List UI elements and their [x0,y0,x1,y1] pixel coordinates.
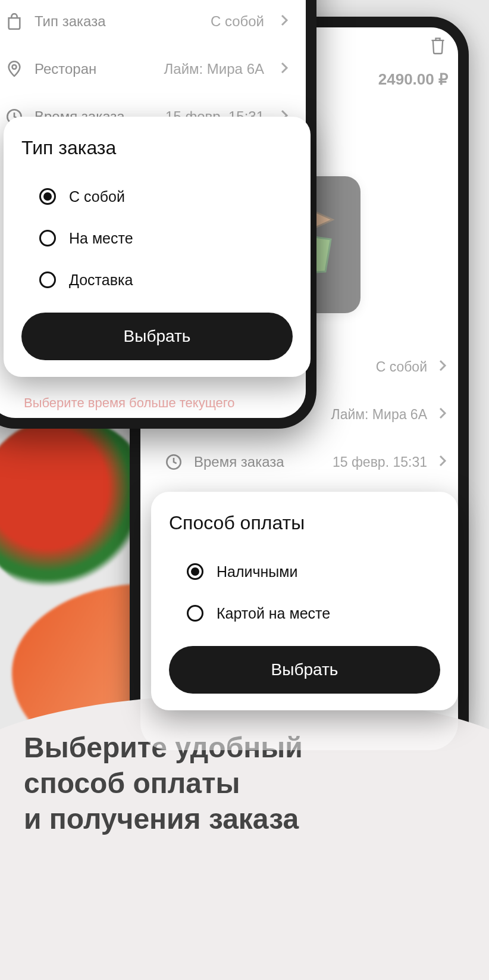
radio-icon [39,188,56,205]
radio-icon [39,230,56,246]
radio-option-takeaway[interactable]: С собой [21,176,293,217]
headline-line: способ оплаты [24,766,465,801]
radio-option-delivery[interactable]: Доставка [21,259,293,301]
modal-title: Способ оплаты [169,512,440,534]
bag-icon [5,12,24,31]
bottom-sheet: Выберите удобный способ оплаты и получен… [0,694,489,980]
trash-icon[interactable] [426,33,450,57]
select-button[interactable]: Выбрать [21,313,293,360]
radio-icon [187,563,203,580]
modal-title: Тип заказа [21,137,293,159]
select-button[interactable]: Выбрать [169,646,440,694]
row-value: 15 февр. 15:31 [333,454,427,470]
pin-icon [5,60,24,79]
modal-order-type: Тип заказа С собой На месте Доставка Выб… [4,117,311,377]
radio-option-onsite[interactable]: На месте [21,217,293,259]
chevron-right-icon [280,13,289,30]
option-label: На месте [69,230,133,247]
option-label: Наличными [217,563,297,580]
row-label: Тип заказа [35,13,200,30]
row-label: Время заказа [194,454,322,470]
headline: Выберите удобный способ оплаты и получен… [24,730,465,837]
row-value: Лайм: Мира 6А [331,407,427,423]
row-time[interactable]: Время заказа 15 февр. 15:31 [164,438,449,486]
row-value: С собой [376,359,427,375]
radio-icon [187,605,203,622]
svg-point-5 [12,65,17,69]
row-order-type[interactable]: Тип заказа С собой [0,0,295,45]
radio-icon [39,271,56,288]
chevron-right-icon [438,358,449,375]
radio-option-cash[interactable]: Наличными [169,551,440,592]
chevron-right-icon [438,454,449,470]
row-value: Лайм: Мира 6А [164,61,264,77]
chevron-right-icon [280,61,289,77]
row-label: Ресторан [35,61,153,77]
cart-total: 2490.00 ₽ [378,70,449,89]
clock-icon [164,452,183,472]
row-value: С собой [211,13,264,30]
option-label: Доставка [69,271,133,289]
option-label: С собой [69,188,125,205]
modal-payment: Способ оплаты Наличными Картой на месте … [151,492,458,710]
headline-line: Выберите удобный [24,730,465,766]
option-label: Картой на месте [217,605,330,622]
row-restaurant[interactable]: Ресторан Лайм: Мира 6А [0,45,295,93]
headline-line: и получения заказа [24,801,465,837]
warning-text: Выберите время больше текущего [24,391,235,411]
chevron-right-icon [438,406,449,423]
radio-option-card[interactable]: Картой на месте [169,592,440,634]
